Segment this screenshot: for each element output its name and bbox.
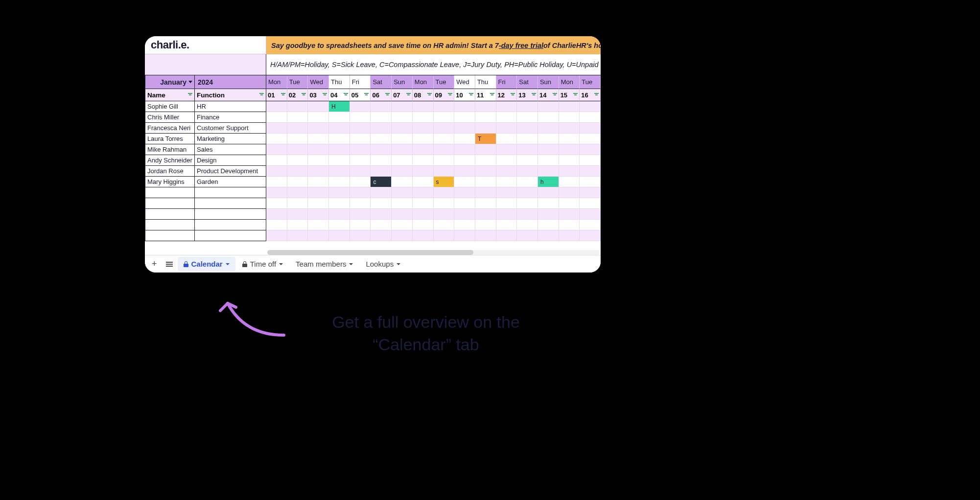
function-cell[interactable] (195, 209, 266, 220)
name-cell[interactable]: Laura Torres (145, 134, 195, 144)
day-cell[interactable]: s (434, 177, 455, 187)
day-cell[interactable] (475, 198, 496, 209)
day-cell[interactable] (496, 230, 517, 241)
date-header[interactable]: 14 (538, 89, 559, 101)
day-cell[interactable] (329, 209, 350, 220)
day-cell[interactable] (475, 123, 496, 134)
day-cell[interactable] (580, 101, 601, 112)
day-cell[interactable] (413, 187, 434, 198)
day-cell[interactable] (559, 112, 580, 123)
name-cell[interactable]: Mary Higgins (145, 177, 195, 187)
day-cell[interactable] (496, 134, 517, 144)
name-cell[interactable]: Jordan Rose (145, 166, 195, 177)
function-cell[interactable] (195, 230, 266, 241)
name-cell[interactable] (145, 220, 195, 230)
day-cell[interactable] (580, 198, 601, 209)
day-cell[interactable] (517, 166, 538, 177)
day-cell[interactable] (392, 230, 413, 241)
day-cell[interactable] (371, 209, 392, 220)
day-cell[interactable] (413, 134, 434, 144)
day-cell[interactable] (517, 101, 538, 112)
day-cell[interactable] (559, 220, 580, 230)
day-cell[interactable] (454, 198, 475, 209)
date-header[interactable]: 12 (496, 89, 517, 101)
day-cell[interactable] (434, 155, 455, 166)
day-cell[interactable] (329, 155, 350, 166)
day-cell[interactable] (287, 123, 308, 134)
day-cell[interactable] (392, 198, 413, 209)
day-cell[interactable] (371, 230, 392, 241)
name-cell[interactable]: Chris Miller (145, 112, 195, 123)
date-header[interactable]: 09 (434, 89, 455, 101)
day-cell[interactable] (559, 144, 580, 155)
day-cell[interactable] (580, 144, 601, 155)
day-cell[interactable] (434, 198, 455, 209)
day-cell[interactable] (308, 155, 329, 166)
day-cell[interactable] (475, 101, 496, 112)
day-cell[interactable] (329, 123, 350, 134)
day-cell[interactable] (475, 112, 496, 123)
day-cell[interactable] (475, 230, 496, 241)
day-cell[interactable] (434, 134, 455, 144)
name-cell[interactable]: Andy Schneider (145, 155, 195, 166)
day-cell[interactable] (413, 123, 434, 134)
day-cell[interactable] (266, 155, 287, 166)
date-header[interactable]: 02 (287, 89, 308, 101)
all-sheets-button[interactable] (162, 261, 177, 268)
day-cell[interactable] (350, 101, 371, 112)
day-cell[interactable] (392, 112, 413, 123)
name-cell[interactable] (145, 230, 195, 241)
date-header[interactable]: 05 (350, 89, 371, 101)
day-cell[interactable] (266, 177, 287, 187)
day-cell[interactable] (413, 144, 434, 155)
day-cell[interactable] (350, 134, 371, 144)
day-cell[interactable] (517, 112, 538, 123)
day-cell[interactable] (538, 187, 559, 198)
day-cell[interactable] (350, 166, 371, 177)
day-cell[interactable] (392, 123, 413, 134)
day-cell[interactable] (413, 101, 434, 112)
day-cell[interactable] (350, 123, 371, 134)
date-header[interactable]: 13 (517, 89, 538, 101)
day-cell[interactable] (287, 144, 308, 155)
day-cell[interactable] (496, 123, 517, 134)
day-cell[interactable] (287, 187, 308, 198)
name-cell[interactable] (145, 187, 195, 198)
day-cell[interactable] (434, 101, 455, 112)
day-cell[interactable] (580, 112, 601, 123)
day-cell[interactable] (496, 220, 517, 230)
day-cell[interactable] (266, 134, 287, 144)
day-cell[interactable] (538, 134, 559, 144)
day-cell[interactable] (308, 112, 329, 123)
name-cell[interactable] (145, 209, 195, 220)
day-cell[interactable] (350, 155, 371, 166)
day-cell[interactable] (308, 123, 329, 134)
day-cell[interactable] (580, 155, 601, 166)
function-cell[interactable]: Finance (195, 112, 266, 123)
day-cell[interactable] (266, 101, 287, 112)
function-cell[interactable]: Customer Support (195, 123, 266, 134)
day-cell[interactable] (371, 187, 392, 198)
day-cell[interactable] (434, 230, 455, 241)
day-cell[interactable] (308, 134, 329, 144)
name-cell[interactable] (145, 198, 195, 209)
date-header[interactable]: 08 (413, 89, 434, 101)
day-cell[interactable] (329, 220, 350, 230)
add-sheet-button[interactable]: + (148, 259, 161, 269)
day-cell[interactable] (496, 187, 517, 198)
day-cell[interactable] (329, 187, 350, 198)
day-cell[interactable] (329, 166, 350, 177)
day-cell[interactable] (329, 198, 350, 209)
day-cell[interactable] (350, 144, 371, 155)
day-cell[interactable] (329, 144, 350, 155)
day-cell[interactable] (475, 209, 496, 220)
day-cell[interactable] (434, 187, 455, 198)
day-cell[interactable] (287, 198, 308, 209)
day-cell[interactable] (308, 144, 329, 155)
day-cell[interactable] (517, 230, 538, 241)
day-cell[interactable] (392, 209, 413, 220)
day-cell[interactable] (266, 209, 287, 220)
date-header[interactable]: 06 (371, 89, 392, 101)
day-cell[interactable] (287, 101, 308, 112)
day-cell[interactable] (454, 177, 475, 187)
